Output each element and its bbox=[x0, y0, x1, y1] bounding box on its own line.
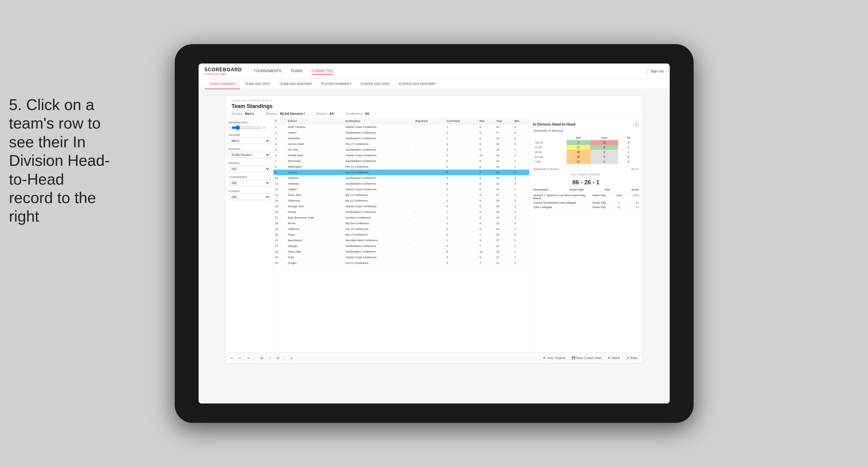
watch-button[interactable]: 👁 Watch bbox=[606, 355, 622, 361]
opponents-pct: 99.1% bbox=[631, 167, 639, 170]
nav-teams[interactable]: TEAMS bbox=[290, 68, 303, 75]
col-rds: Rds bbox=[478, 118, 494, 124]
table-header-row: # School Conference Reg Rank Conf Rank R… bbox=[273, 118, 529, 124]
subnav-player-summary[interactable]: PLAYER SUMMARY bbox=[317, 79, 356, 89]
left-sidebar: Minimum Rou... 4 20 Gender Men bbox=[226, 118, 273, 352]
region-select[interactable]: N/A bbox=[229, 166, 270, 172]
table-row[interactable]: 21 New Mexico Mountain West Conference -… bbox=[273, 238, 529, 243]
subnav-player-h2h-heatmap[interactable]: PLAYER H2H HEATMAP bbox=[394, 79, 440, 89]
table-row[interactable]: 18 Illinois Big Ten Conference - 1 9 23 … bbox=[273, 221, 529, 226]
share-button[interactable]: ⬆ Share bbox=[625, 355, 639, 361]
table-row[interactable]: 10 Alabama Southeastern Conference - 5 8… bbox=[273, 175, 529, 181]
subnav-player-h2h-grid[interactable]: PLAYER H2H GRID bbox=[356, 79, 394, 89]
clock-button[interactable]: ◷ bbox=[288, 355, 294, 361]
table-area: # School Conference Reg Rank Conf Rank R… bbox=[273, 118, 529, 352]
table-row[interactable]: 19 California Pac-12 Conference - 4 8 24… bbox=[273, 226, 529, 232]
h2h-team-name: University of Arizona bbox=[533, 129, 639, 132]
opponents-row: Opponents in division: 99.1% bbox=[533, 167, 639, 170]
h2h-row: 26-50 25 2 1 bbox=[533, 150, 639, 154]
table-row[interactable]: 23 Texas A&M Southeastern Conference - 9… bbox=[273, 249, 529, 255]
filter-region: Region: All bbox=[317, 112, 334, 116]
tournament-section: Tournament Event Type Pos Score Jackson … bbox=[533, 188, 639, 210]
undo-button[interactable]: ↩ bbox=[229, 355, 235, 361]
h2h-row: 11-25 11 8 0 bbox=[533, 145, 639, 150]
redo-button[interactable]: ↪ bbox=[245, 355, 251, 361]
outer-wrapper: 5. Click on a team's row to see their In… bbox=[0, 0, 868, 467]
table-row[interactable]: 22 Georgia Southeastern Conference - 8 7… bbox=[273, 243, 529, 249]
filter-division: Division: NCAA Division I bbox=[266, 112, 305, 116]
h2h-table: Win Loss Tie Top 10 3 13 0 11-25 11 8 0 … bbox=[533, 135, 639, 164]
record-wlt-label: W-L-T record in-division: bbox=[533, 173, 639, 176]
table-row[interactable]: 24 Duke Atlantic Coast Conference - 5 9 … bbox=[273, 255, 529, 260]
table-row[interactable]: 12 Virginia Atlantic Coast Conference - … bbox=[273, 187, 529, 192]
table-row[interactable]: 5 Ole Miss Southeastern Conference - 3 6… bbox=[273, 147, 529, 153]
table-row[interactable]: 6 Florida State Atlantic Coast Conferenc… bbox=[273, 153, 529, 158]
table-row[interactable]: 16 Florida Southeastern Conference - 7 9… bbox=[273, 209, 529, 215]
col-reg-rank: Reg Rank bbox=[413, 118, 444, 124]
table-row[interactable]: 9 Arizona Pac-12 Conference - 5 8 23 3 bbox=[273, 170, 529, 175]
h2h-row: >100 27 0 0 bbox=[533, 159, 639, 164]
table-row[interactable]: 11 Arkansas Southeastern Conference - 6 … bbox=[273, 181, 529, 187]
save-custom-view-button[interactable]: 💾 Save Custom View bbox=[570, 355, 603, 361]
panel-filters: Gender: Men's Division: NCAA Division I … bbox=[232, 112, 637, 116]
filter-min-rounds-group: Minimum Rou... 4 20 bbox=[229, 121, 270, 130]
filter-conference: Conference: All bbox=[346, 112, 369, 116]
filter-school-label: School bbox=[229, 190, 270, 193]
min-rounds-slider[interactable] bbox=[231, 125, 261, 130]
top-nav: SCOREBOARD Powered by clippd TOURNAMENTS… bbox=[198, 64, 670, 79]
table-row[interactable]: 8 Washington Pac-12 Conference - 2 8 23 … bbox=[273, 164, 529, 170]
close-button[interactable]: ✕ bbox=[633, 122, 639, 127]
subnav-team-h2h-grid[interactable]: TEAM H2H GRID bbox=[240, 79, 275, 89]
grid-button[interactable]: ⊞ bbox=[259, 355, 265, 361]
bottom-toolbar: ↩ ↩ ↪ ⊞ □ ⊕ ◷ 👁 View: Original 💾 Save Cu… bbox=[226, 352, 643, 363]
view-original-button[interactable]: 👁 View: Original bbox=[541, 355, 567, 361]
h2h-header-row: Win Loss Tie bbox=[533, 135, 639, 140]
undo2-button[interactable]: ↩ bbox=[237, 355, 243, 361]
gender-select[interactable]: Men's bbox=[229, 138, 270, 144]
tournament-row: Jackson T. Stephens Cup Men's Match-Play… bbox=[533, 193, 639, 201]
table-row[interactable]: 3 Vanderbilt Southeastern Conference - 2… bbox=[273, 136, 529, 142]
table-row[interactable]: 13 Texas Tech Big 12 Conference - 1 9 27… bbox=[273, 192, 529, 198]
h2h-row: 51-100 20 3 0 bbox=[533, 154, 639, 159]
update-time: Update time: 27/03/2024 16:56:26 bbox=[232, 99, 637, 102]
filter-gender: Gender: Men's bbox=[232, 112, 254, 116]
main-content: Update time: 27/03/2024 16:56:26 Team St… bbox=[198, 89, 670, 403]
table-row[interactable]: 2 Auburn Southeastern Conference - 1 9 2… bbox=[273, 130, 529, 136]
col-win: Win bbox=[513, 118, 529, 124]
subnav-team-h2h-heatmap[interactable]: TEAM H2H HEATMAP bbox=[275, 79, 317, 89]
col-school: School bbox=[286, 118, 343, 124]
table-row[interactable]: 4 Arizona State Pac-12 Conference - 4 9 … bbox=[273, 142, 529, 147]
sign-out-button[interactable]: Sign out bbox=[650, 69, 663, 73]
filter-conference-group: Conference (All) bbox=[229, 176, 270, 186]
filter-division-group: Division NCAA Division I bbox=[229, 148, 270, 158]
conference-select[interactable]: (All) bbox=[229, 180, 270, 186]
table-row[interactable]: 1 North Carolina Atlantic Coast Conferen… bbox=[273, 124, 529, 130]
table-row[interactable]: 25 Oregon Pac-12 Conference - 5 7 21 0 bbox=[273, 260, 529, 266]
panel-header: Update time: 27/03/2024 16:56:26 Team St… bbox=[226, 95, 643, 118]
add-button[interactable]: ⊕ bbox=[275, 355, 281, 361]
filter-min-rounds-label: Minimum Rou... bbox=[229, 121, 270, 124]
filter-conference-label: Conference bbox=[229, 176, 270, 179]
logo-title: SCOREBOARD bbox=[205, 67, 242, 72]
filter-division-label: Division bbox=[229, 148, 270, 151]
right-panel-header: In Division Head-to-Head ✕ bbox=[533, 122, 639, 127]
table-row[interactable]: 20 Texas Big 12 Conference - 3 7 20 0 bbox=[273, 232, 529, 238]
filter-school-group: School (All) bbox=[229, 190, 270, 200]
nav-tournaments[interactable]: TOURNAMENTS bbox=[254, 68, 281, 75]
filter-region-label: Region bbox=[229, 162, 270, 165]
filter-gender-label: Gender bbox=[229, 134, 270, 136]
table-row[interactable]: 14 Oklahoma Big 12 Conference - 2 9 26 2 bbox=[273, 198, 529, 204]
table-row[interactable]: 15 Georgia Tech Atlantic Coast Conferenc… bbox=[273, 204, 529, 209]
nav-committee[interactable]: COMMITTEE bbox=[312, 68, 333, 75]
tournament-row: Arizona Thunderbirds Intercollegiate Str… bbox=[533, 201, 639, 205]
square-button[interactable]: □ bbox=[267, 355, 273, 361]
logo-area: SCOREBOARD Powered by clippd bbox=[205, 67, 242, 75]
division-select[interactable]: NCAA Division I bbox=[229, 152, 270, 158]
h2h-title: In Division Head-to-Head bbox=[533, 122, 576, 126]
right-panel: In Division Head-to-Head ✕ University of… bbox=[529, 118, 643, 352]
subnav-team-summary[interactable]: TEAM SUMMARY bbox=[205, 79, 240, 89]
table-row[interactable]: 7 Tennessee Southeastern Conference - 4 … bbox=[273, 158, 529, 164]
school-select[interactable]: (All) bbox=[229, 194, 270, 200]
table-row[interactable]: 17 East Tennessee State Southern Confere… bbox=[273, 215, 529, 221]
opponents-pct-label: Opponents in division: bbox=[533, 167, 560, 170]
